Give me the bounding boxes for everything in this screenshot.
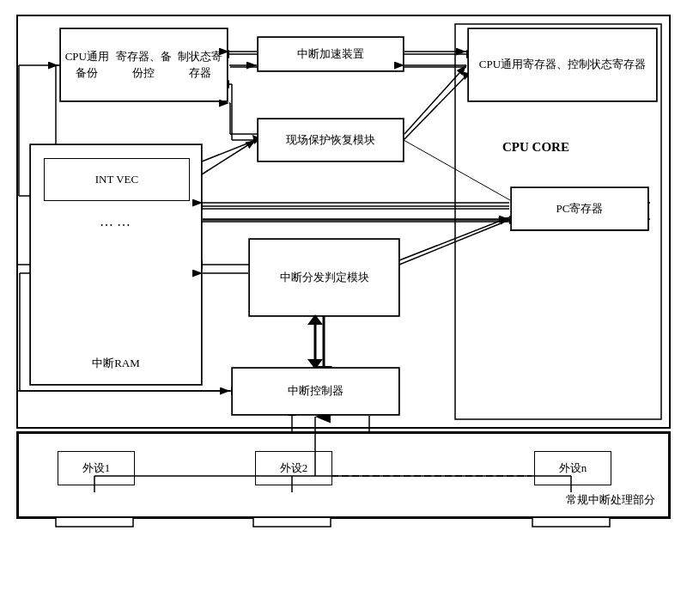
cpu-backup-reg-box: CPU通用备份 寄存器、备份控 制状态寄存器 <box>60 28 228 101</box>
int-vec-box: INT VEC <box>44 158 190 201</box>
diagram-container: CPU通用备份 寄存器、备份控 制状态寄存器 中断加速装置 CPU通用寄 存器、… <box>9 7 678 608</box>
cpu-core-label: CPU CORE <box>502 140 569 155</box>
interrupt-controller-box: 中断控制器 <box>232 368 399 415</box>
svg-line-32 <box>202 140 256 162</box>
peripheral2-box: 外设2 <box>255 451 332 485</box>
svg-line-49 <box>399 220 509 265</box>
svg-line-82 <box>404 65 466 134</box>
normal-interrupt-label: 常规中断处理部分 <box>566 492 655 508</box>
dispatch-module-box: 中断分发 判定模块 <box>249 239 399 316</box>
svg-line-89 <box>399 217 509 260</box>
pc-register-box: PC寄存器 <box>511 187 648 230</box>
svg-line-78 <box>202 140 256 174</box>
peripheraln-box: 外设n <box>534 451 611 485</box>
svg-line-23 <box>404 76 466 140</box>
svg-marker-40 <box>648 204 657 213</box>
interrupt-accel-box: 中断加速装置 <box>258 37 404 71</box>
svg-line-34 <box>404 140 510 200</box>
normal-interrupt-region: 常规中断处理部分 外设1 外设2 外设n <box>17 432 670 518</box>
interrupt-ram-label: 中断RAM <box>31 356 201 371</box>
cpu-general-reg-box: CPU通用寄 存器、控制 状态寄存器 <box>468 28 657 101</box>
field-protect-box: 现场保护恢复模块 <box>258 119 404 162</box>
peripheral1-box: 外设1 <box>58 451 135 485</box>
dots-label: …… <box>44 214 190 229</box>
interrupt-ram-container: INT VEC …… 中断RAM <box>30 144 202 385</box>
